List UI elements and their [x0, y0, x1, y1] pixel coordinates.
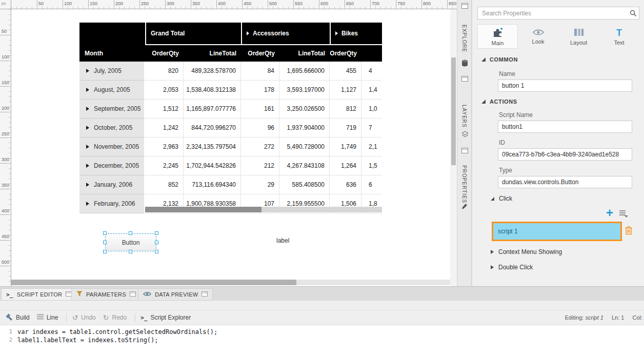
- code-line[interactable]: 2 label1.labelText = indexes.toString();: [0, 336, 644, 344]
- table-cell[interactable]: 96: [241, 119, 279, 137]
- column-header-cell[interactable]: LineTotal: [184, 45, 241, 62]
- table-cell[interactable]: 1,702,944.542826: [184, 156, 241, 175]
- selection-handle[interactable]: [129, 250, 132, 253]
- selection-handle[interactable]: [103, 231, 107, 235]
- table-cell[interactable]: 3,593.197000: [279, 81, 330, 100]
- row-expander-icon[interactable]: [86, 69, 89, 73]
- tab-text[interactable]: T Text: [599, 24, 639, 49]
- table-row[interactable]: January, 2006852713,116.69434029585.4085…: [79, 175, 382, 194]
- script-list-item-selected[interactable]: script 1: [492, 222, 622, 241]
- table-row[interactable]: September, 20051,5121,165,897.0777761613…: [79, 100, 382, 119]
- table-cell[interactable]: 4: [361, 62, 382, 81]
- window-icon[interactable]: [130, 291, 136, 298]
- canvas-horizontal-scrollbar[interactable]: [11, 280, 450, 285]
- type-field[interactable]: [498, 176, 632, 188]
- tab-explore[interactable]: EXPLORE: [461, 25, 467, 52]
- script-name-field[interactable]: [498, 121, 632, 133]
- id-field[interactable]: [498, 148, 632, 161]
- column-header-cell[interactable]: [361, 45, 382, 62]
- code-text[interactable]: var indexes = table1.control.getSelected…: [17, 328, 217, 336]
- row-expander-icon[interactable]: [86, 202, 89, 206]
- table-cell[interactable]: 2,324,135.797504: [184, 137, 241, 156]
- group-header-cell[interactable]: Accessories: [241, 23, 330, 44]
- table-cell[interactable]: 489,328.578700: [184, 62, 241, 81]
- table-cell[interactable]: 1,0: [361, 100, 382, 119]
- label-control[interactable]: label: [276, 237, 289, 244]
- selection-handle[interactable]: [129, 231, 132, 235]
- table-cell[interactable]: 820: [145, 62, 184, 81]
- row-header-cell[interactable]: September, 2005: [79, 100, 145, 119]
- column-header-cell[interactable]: LineTotal: [279, 45, 330, 62]
- redo-button[interactable]: ↻ Redo: [103, 314, 127, 321]
- table-row[interactable]: October, 20051,242844,720.996270961,937.…: [79, 119, 382, 137]
- table-cell[interactable]: 178: [241, 81, 279, 100]
- column-header-cell[interactable]: OrderQty: [330, 45, 361, 62]
- window-icon[interactable]: [461, 147, 469, 154]
- table-cell[interactable]: 844,720.996270: [184, 119, 241, 137]
- table-cell[interactable]: 212: [241, 156, 279, 175]
- row-header-cell[interactable]: August, 2005: [79, 81, 145, 100]
- table-row[interactable]: December, 20052,2451,702,944.5428262124,…: [79, 156, 382, 175]
- table-cell[interactable]: 1,538,408.312138: [184, 81, 241, 100]
- tab-look[interactable]: Look: [518, 24, 558, 49]
- row-expander-icon[interactable]: [86, 164, 89, 168]
- table-scrollbar-thumb[interactable]: [145, 207, 261, 212]
- row-header-cell[interactable]: February, 2006: [79, 194, 145, 213]
- vertical-scrollbar-thumb[interactable]: [451, 57, 456, 165]
- table-cell[interactable]: 455: [330, 62, 361, 81]
- section-common[interactable]: COMMON: [481, 56, 518, 63]
- row-expander-icon[interactable]: [86, 183, 89, 187]
- table-cell[interactable]: 4,267.843108: [279, 156, 330, 175]
- table-row[interactable]: August, 20052,0531,538,408.3121381783,59…: [79, 81, 382, 100]
- code-text[interactable]: label1.labelText = indexes.toString();: [17, 336, 158, 344]
- table-cell[interactable]: 852: [145, 175, 184, 194]
- row-header-cell[interactable]: January, 2006: [79, 175, 145, 194]
- button-control[interactable]: Button: [106, 234, 156, 251]
- table-cell[interactable]: 7: [361, 119, 382, 137]
- design-canvas[interactable]: Month Grand TotalAccessoriesBikes OrderQ…: [11, 9, 450, 286]
- tab-data-preview[interactable]: DATA PREVIEW: [138, 288, 213, 301]
- table-cell[interactable]: 1,127: [330, 81, 361, 100]
- script-list-menu-icon[interactable]: [619, 210, 628, 220]
- table-cell[interactable]: 1,695.666000: [279, 62, 330, 81]
- selection-handle[interactable]: [155, 231, 158, 235]
- search-box[interactable]: [477, 7, 639, 19]
- code-editor[interactable]: 1 var indexes = table1.control.getSelect…: [0, 325, 644, 355]
- table-cell[interactable]: 719: [330, 119, 361, 137]
- table-cell[interactable]: 1,165,897.077776: [184, 100, 241, 119]
- table-cell[interactable]: 713,116.694340: [184, 175, 241, 194]
- table-cell[interactable]: 1,242: [145, 119, 184, 137]
- row-header-cell[interactable]: October, 2005: [79, 119, 145, 137]
- double-click-header[interactable]: Double Click: [491, 264, 533, 271]
- table-cell[interactable]: 5,490.728000: [279, 137, 330, 156]
- selection-handle[interactable]: [155, 241, 158, 244]
- pencil-icon[interactable]: [461, 203, 469, 210]
- tab-layout[interactable]: Layout: [558, 24, 599, 49]
- row-header-cell[interactable]: July, 2005: [79, 62, 145, 81]
- add-script-button[interactable]: +: [603, 207, 616, 220]
- search-input[interactable]: [478, 7, 628, 19]
- table-cell[interactable]: 84: [241, 62, 279, 81]
- table-cell[interactable]: 161: [241, 100, 279, 119]
- table-cell[interactable]: 272: [241, 137, 279, 156]
- table-horizontal-scrollbar[interactable]: [145, 207, 382, 212]
- table-row[interactable]: November, 20052,9632,324,135.7975042725,…: [79, 137, 382, 156]
- search-icon[interactable]: [628, 10, 639, 17]
- row-expander-icon[interactable]: [86, 107, 89, 111]
- group-header-cell[interactable]: Bikes: [330, 23, 382, 44]
- delete-script-icon[interactable]: [625, 225, 633, 237]
- table-cell[interactable]: 585.408500: [279, 175, 330, 194]
- window-icon[interactable]: [461, 2, 469, 9]
- context-menu-showing-header[interactable]: Context Menu Showing: [491, 248, 562, 255]
- layers-icon[interactable]: [461, 130, 469, 137]
- table-cell[interactable]: 1,5: [361, 156, 382, 175]
- code-line[interactable]: 1 var indexes = table1.control.getSelect…: [0, 328, 644, 336]
- group-header-cell[interactable]: Grand Total: [145, 23, 241, 44]
- tab-script-editor[interactable]: >_ SCRIPT EDITOR: [1, 288, 77, 301]
- table-cell[interactable]: 812: [330, 100, 361, 119]
- selection-handle[interactable]: [103, 250, 107, 253]
- table-cell[interactable]: 1,937.904000: [279, 119, 330, 137]
- section-actions[interactable]: ACTIONS: [481, 98, 517, 105]
- row-header-cell[interactable]: November, 2005: [79, 137, 145, 156]
- tab-parameters[interactable]: PARAMETERS: [71, 288, 141, 301]
